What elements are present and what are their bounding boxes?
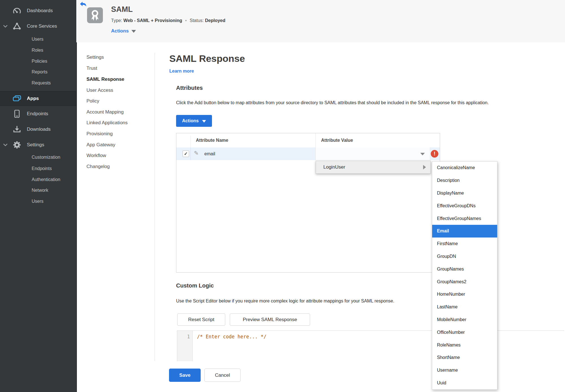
loginuser-submenu: CanonicalizeName Description DisplayName… <box>432 161 497 390</box>
subnav-item-user-access[interactable]: User Access <box>86 88 113 93</box>
sidebar-item-policies[interactable]: Policies <box>32 57 47 66</box>
core-services-icon <box>11 23 23 30</box>
status-badge: Deployed <box>205 18 225 23</box>
app-root: Dashboards Core Services Users Roles Pol… <box>0 0 565 392</box>
submenu-item-description[interactable]: Description <box>432 174 497 187</box>
subnav-item-provisioning[interactable]: Provisioning <box>86 131 113 137</box>
sidebar-subitem-label: Customization <box>32 155 60 160</box>
save-button[interactable]: Save <box>169 369 201 382</box>
submenu-item-shortname[interactable]: ShortName <box>432 351 497 364</box>
sidebar-subitem-label: Users <box>32 199 44 204</box>
attributes-actions-button[interactable]: Actions <box>176 115 212 127</box>
table-header-row: Attribute Name Attribute Value <box>176 133 440 147</box>
subnav-divider <box>155 53 155 361</box>
sidebar-item-label: Settings <box>27 142 44 148</box>
sidebar-item-label: Core Services <box>27 23 57 29</box>
attributes-table: Attribute Name Attribute Value ✓ ✎ email <box>176 133 440 273</box>
submenu-item-officenumber[interactable]: OfficeNumber <box>432 326 497 339</box>
submenu-item-effectivegroupdns[interactable]: EffectiveGroupDNs <box>432 199 497 212</box>
chevron-down-icon[interactable] <box>3 144 11 146</box>
sidebar-item-requests[interactable]: Requests <box>32 79 51 87</box>
column-header-attribute-name: Attribute Name <box>196 133 228 147</box>
sidebar-item-settings[interactable]: Settings <box>0 139 76 151</box>
sidebar-subitem-label: Authentication <box>32 177 60 182</box>
sidebar-item-users[interactable]: Users <box>32 35 44 43</box>
submenu-item-uuid[interactable]: Uuid <box>432 377 497 389</box>
submenu-item-canonicalizename[interactable]: CanonicalizeName <box>432 162 497 174</box>
sidebar-subitem-label: Roles <box>32 48 43 53</box>
status-label: Status: <box>190 18 204 23</box>
sidebar-item-endpoints[interactable]: Endpoints <box>0 108 76 119</box>
subnav-item-changelog[interactable]: Changelog <box>86 164 110 169</box>
sidebar-item-network[interactable]: Network <box>32 186 48 195</box>
sidebar-item-customization[interactable]: Customization <box>32 153 60 162</box>
submenu-item-username[interactable]: Username <box>432 364 497 377</box>
submenu-item-rolenames[interactable]: RoleNames <box>432 339 497 351</box>
type-label: Type: <box>111 18 122 23</box>
reset-script-button[interactable]: Reset Script <box>177 313 225 326</box>
apps-icon <box>11 95 23 102</box>
cancel-button[interactable]: Cancel <box>204 369 241 382</box>
sidebar-item-label: Apps <box>27 96 39 101</box>
submenu-item-groupnames2[interactable]: GroupNames2 <box>432 275 497 288</box>
dropdown-item-loginuser[interactable]: LoginUser <box>323 164 345 170</box>
subnav-item-workflow[interactable]: Workflow <box>86 153 106 158</box>
subnav-item-account-mapping[interactable]: Account Mapping <box>86 109 124 115</box>
subnav-item-saml-response[interactable]: SAML Response <box>86 77 124 82</box>
submenu-item-email[interactable]: Email <box>432 225 497 238</box>
subnav-item-policy[interactable]: Policy <box>86 98 99 104</box>
sidebar-item-core-services[interactable]: Core Services <box>0 21 76 32</box>
subnav-item-trust[interactable]: Trust <box>86 66 97 71</box>
sidebar-item-dashboards[interactable]: Dashboards <box>0 5 76 16</box>
sidebar-subitem-label: Network <box>32 188 48 193</box>
validation-error-icon: ! <box>431 150 438 158</box>
submenu-arrow-icon <box>423 165 426 169</box>
column-header-attribute-value: Attribute Value <box>321 133 353 147</box>
attribute-value-dropdown-menu[interactable]: LoginUser <box>316 161 431 174</box>
app-meta: Type: Web - SAML + Provisioning • Status… <box>111 18 225 23</box>
learn-more-link[interactable]: Learn more <box>169 69 194 74</box>
preview-saml-response-button[interactable]: Preview SAML Response <box>230 313 310 326</box>
submenu-item-lastname[interactable]: LastName <box>432 301 497 313</box>
header-actions-label: Actions <box>111 28 129 34</box>
sidebar-item-label: Endpoints <box>27 111 48 117</box>
sidebar-item-settings-endpoints[interactable]: Endpoints <box>32 164 52 173</box>
submenu-item-groupdn[interactable]: GroupDN <box>432 250 497 263</box>
attribute-name-cell: email <box>204 147 215 160</box>
header-actions-dropdown[interactable]: Actions <box>111 28 136 34</box>
subnav-item-linked-applications[interactable]: Linked Applications <box>86 120 128 126</box>
app-header: SAML Type: Web - SAML + Provisioning • S… <box>76 0 565 42</box>
subnav-item-app-gateway[interactable]: App Gateway <box>86 142 115 148</box>
app-badge-icon <box>87 7 103 23</box>
section-title: SAML Response <box>169 53 245 64</box>
sidebar-item-reports[interactable]: Reports <box>32 68 47 76</box>
submenu-item-mobilenumber[interactable]: MobileNumber <box>432 313 497 326</box>
sidebar-item-settings-users[interactable]: Users <box>32 197 44 206</box>
sidebar-item-authentication[interactable]: Authentication <box>32 175 60 184</box>
sidebar-subitem-label: Endpoints <box>32 166 52 171</box>
sidebar-subitem-label: Requests <box>32 80 51 86</box>
submenu-item-homenumber[interactable]: HomeNumber <box>432 288 497 301</box>
attribute-value-combobox[interactable] <box>315 147 430 160</box>
submenu-item-displayname[interactable]: DisplayName <box>432 187 497 200</box>
subnav-item-settings[interactable]: Settings <box>86 55 104 60</box>
sidebar-subitem-label: Users <box>32 37 44 42</box>
table-row[interactable]: ✓ ✎ email <box>176 147 440 160</box>
submenu-item-firstname[interactable]: FirstName <box>432 238 497 250</box>
sidebar-item-downloads[interactable]: Downloads <box>0 124 76 135</box>
editor-gutter: 1 <box>177 331 193 361</box>
gauge-icon <box>11 7 23 14</box>
attributes-description: Click the Add button below to map attrib… <box>176 100 546 105</box>
sidebar-item-apps[interactable]: Apps <box>0 91 76 106</box>
row-checkbox[interactable]: ✓ <box>183 151 189 157</box>
sidebar-item-label: Dashboards <box>27 8 53 14</box>
submenu-item-groupnames[interactable]: GroupNames <box>432 263 497 275</box>
script-editor[interactable]: 1 /* Enter code here... */ <box>177 330 564 361</box>
column-divider <box>191 136 191 147</box>
edit-pencil-icon[interactable]: ✎ <box>194 150 199 156</box>
back-arrow-icon[interactable] <box>80 1 86 8</box>
sidebar-subitem-label: Reports <box>32 69 47 75</box>
submenu-item-effectivegroupnames[interactable]: EffectiveGroupNames <box>432 212 497 225</box>
sidebar-item-roles[interactable]: Roles <box>32 46 43 55</box>
chevron-down-icon[interactable] <box>3 25 11 28</box>
